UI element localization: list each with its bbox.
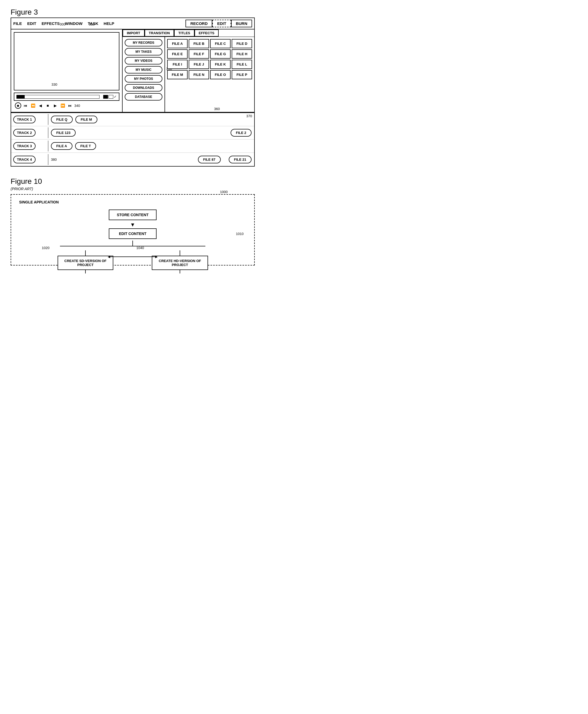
lib-my-photos[interactable]: MY PHOTOS [125,75,162,83]
track3-file-t[interactable]: FILE T [75,142,96,150]
tab-record[interactable]: RECORD [186,20,212,27]
menu-file[interactable]: FILE [13,21,22,26]
tab-import[interactable]: IMPORT [123,29,145,37]
figure10-title: Figure 10 [10,177,255,186]
file-h[interactable]: FILE H [232,49,252,59]
files-grid: FILE A FILE B FILE C FILE D FILE E FILE … [165,37,254,112]
rewind2-button[interactable]: ⏮ [22,102,29,109]
tab-titles[interactable]: TITLES [174,29,194,37]
square-icon-white [108,95,113,99]
flow-top: STORE CONTENT [19,210,246,220]
menu-task[interactable]: TASK [88,21,99,26]
file-i[interactable]: FILE I [167,60,188,69]
arrow-down-1: ▼ [19,222,246,228]
play-button[interactable]: ▶ [52,102,58,109]
lib-my-takes[interactable]: MY TAKES [125,48,162,56]
track3-file-a[interactable]: FILE A [51,142,72,150]
lib-my-records[interactable]: MY RECORDS [125,39,162,46]
right-panel: IMPORT TRANSITION TITLES EFFECTS MY RECO… [123,29,254,112]
annotation-1010: 1010 [236,232,244,236]
tab-edit[interactable]: EDIT [212,20,231,27]
menu-bar: FILE EDIT EFFECTS WINDOW TASK HELP RECOR… [11,18,254,29]
track-label-1: TRACK 1 [11,114,48,125]
menu-edit[interactable]: EDIT [27,21,36,26]
main-content: 330 ✓ ● ⏮ [11,29,254,112]
check-icon: ✓ [114,95,117,99]
track1-content: FILE Q FILE M [48,114,254,125]
rewind-button[interactable]: ⏪ [30,102,36,109]
track4-button[interactable]: TRACK 4 [13,156,36,164]
figure3-container: FILE EDIT EFFECTS WINDOW TASK HELP RECOR… [10,18,255,167]
menu-window[interactable]: WINDOW [65,21,83,26]
annotation-340: 340 [74,104,80,108]
browser-area: MY RECORDS MY TAKES MY VIDEOS MY MUSIC M… [123,37,254,112]
annotation-1040: 1040 [136,246,144,250]
record-button[interactable]: ● [15,102,21,109]
annotation-1000: 1000 [220,190,228,194]
track-row-2: TRACK 2 FILE 123 FILE 2 [11,126,254,139]
tab-transition[interactable]: TRANSITION [145,29,174,37]
track4-file-87[interactable]: FILE 87 [198,156,221,164]
edit-content-box: EDIT CONTENT [109,229,156,239]
menu-help[interactable]: HELP [104,21,114,26]
annotation-380: 380 [51,157,57,161]
file-a[interactable]: FILE A [167,39,188,48]
track3-content: FILE A FILE T [48,140,254,151]
track1-button[interactable]: TRACK 1 [13,116,36,123]
store-content-box: STORE CONTENT [109,210,156,220]
transport-bar: ✓ [14,92,120,101]
create-sd-box: CREATE SD-VERSION OF PROJECT [58,256,113,270]
figure10-subtitle: (PRIOR ART) [10,187,255,191]
track1-file-m[interactable]: FILE M [75,116,98,123]
create-hd-box: CREATE HD-VERSION OF PROJECT [152,256,208,270]
track-row-1: TRACK 1 FILE Q FILE M [11,113,254,126]
file-l[interactable]: FILE L [232,60,252,69]
track2-file-2[interactable]: FILE 2 [231,129,252,136]
menu-effects[interactable]: EFFECTS [42,21,60,26]
tab-burn[interactable]: BURN [231,20,252,27]
file-f[interactable]: FILE F [189,49,209,59]
single-app-label: SINGLE APPLICATION [19,200,246,204]
figure10-container: 1000 SINGLE APPLICATION STORE CONTENT ▼ … [10,194,255,265]
preview-screen [14,32,120,90]
library-panel: MY RECORDS MY TAKES MY VIDEOS MY MUSIC M… [123,37,165,112]
file-k[interactable]: FILE K [210,60,231,69]
lib-my-videos[interactable]: MY VIDEOS [125,57,162,64]
lib-database[interactable]: DATABASE [125,93,162,101]
track3-button[interactable]: TRACK 3 [13,142,36,150]
file-e[interactable]: FILE E [167,49,188,59]
progress-fill [17,95,25,99]
annotation-1020: 1020 [42,246,49,250]
track-row-3: TRACK 3 FILE A FILE T [11,139,254,153]
file-b[interactable]: FILE B [189,39,209,48]
track-label-4: TRACK 4 [11,154,48,165]
annotation-370: 370 [246,114,252,118]
fast-forward2-button[interactable]: ⏭ [67,102,73,109]
track-label-3: TRACK 3 [11,140,48,151]
track4-content: 380 FILE 87 FILE 21 [48,154,254,165]
file-m[interactable]: FILE M [167,70,188,79]
progress-track[interactable] [17,95,100,99]
track1-file-q[interactable]: FILE Q [51,116,73,123]
flow-middle: EDIT CONTENT 1010 [19,229,246,239]
file-p[interactable]: FILE P [232,70,252,79]
file-d[interactable]: FILE D [232,39,252,48]
square-icon-black [103,95,108,99]
stop-button[interactable]: ■ [45,102,51,109]
fast-forward-button[interactable]: ⏩ [59,102,66,109]
file-c[interactable]: FILE C [210,39,231,48]
transport-small-icons: ✓ [103,95,117,99]
file-j[interactable]: FILE J [189,60,209,69]
tab-effects[interactable]: EFFECTS [194,29,219,37]
tracks-area: 370 TRACK 1 FILE Q FILE M TRACK 2 FILE 1… [11,112,254,166]
lib-my-music[interactable]: MY MUSIC [125,66,162,73]
lib-downloads[interactable]: DOWNLOADS [125,84,162,91]
file-n[interactable]: FILE N [189,70,209,79]
step-back-button[interactable]: ◀ [37,102,43,109]
track-label-2: TRACK 2 [11,127,48,138]
track2-file-123[interactable]: FILE 123 [51,129,76,136]
track4-file-21[interactable]: FILE 21 [229,156,252,164]
file-o[interactable]: FILE O [210,70,231,79]
file-g[interactable]: FILE G [210,49,231,59]
track2-button[interactable]: TRACK 2 [13,129,36,136]
